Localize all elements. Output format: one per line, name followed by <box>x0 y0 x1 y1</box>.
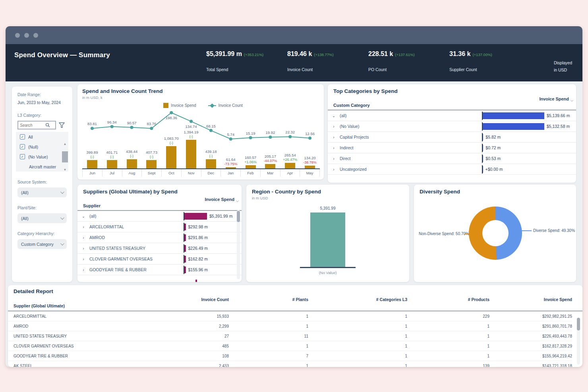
table-row[interactable]: CLOVER GARMENT OVERSEAS485111$162,817,32… <box>8 341 572 351</box>
line-point[interactable] <box>91 127 94 130</box>
table-row[interactable]: AMROD2,299111$291,860,701.78 <box>8 321 572 331</box>
scrollbar-thumb[interactable] <box>237 211 240 222</box>
l3-option-no-value[interactable]: ✓ (No Value) <box>16 152 68 162</box>
source-system-dropdown[interactable]: (All) <box>17 187 67 197</box>
table-row[interactable]: GOODYEAR TIRE & RUBBER108711$155,964,219… <box>8 351 572 361</box>
supplier-row[interactable]: ›ARCELORMITTAL$292.98 m <box>77 222 242 232</box>
region-bar[interactable] <box>310 212 345 267</box>
scroll-down-icon[interactable]: ▼ <box>64 168 67 172</box>
supplier-row[interactable]: ›AMROD$291.86 m <box>77 232 242 243</box>
legend-invoice-spend[interactable]: Invoice Spend <box>163 103 196 108</box>
window-titlebar[interactable] <box>6 26 582 44</box>
checkbox-checked[interactable]: ✓ <box>20 154 25 159</box>
diversity-donut-chart[interactable] <box>469 207 522 260</box>
chevron-collapsed-icon[interactable]: › <box>328 135 340 139</box>
chevron-collapsed-icon[interactable]: › <box>77 257 89 261</box>
supplier-bar[interactable] <box>184 245 186 252</box>
top-categories-panel: Top Categories by Spend Invoice Spend Cu… <box>328 84 576 183</box>
line-point[interactable] <box>209 129 213 132</box>
category-bar[interactable] <box>483 134 483 141</box>
column-header[interactable]: Invoice Spend <box>489 297 572 302</box>
supplier-bar[interactable] <box>184 224 186 230</box>
value-column-header[interactable]: Invoice Spend <box>539 97 569 101</box>
line-point[interactable] <box>190 120 193 123</box>
category-row[interactable]: ›Capital Projects$5.82 m <box>328 132 576 143</box>
chevron-collapsed-icon[interactable]: › <box>328 167 340 172</box>
chevron-collapsed-icon[interactable]: › <box>328 124 340 129</box>
table-row[interactable]: ARCELORMITTAL15,93311229$292,982,291.25 <box>8 311 572 321</box>
category-bar[interactable] <box>483 155 483 162</box>
cell: 108 <box>143 354 229 358</box>
listbox-scrollbar[interactable]: ▲ ▼ <box>62 142 68 172</box>
cell: 1 <box>229 324 308 328</box>
line-point[interactable] <box>229 137 232 141</box>
chevron-collapsed-icon[interactable]: › <box>77 225 89 229</box>
supplier-bar[interactable] <box>184 213 207 220</box>
line-point[interactable] <box>249 136 252 139</box>
dimension-column-header[interactable]: Supplier <box>83 203 101 208</box>
window-dot-2[interactable] <box>24 33 29 38</box>
supplier-row[interactable]: ›GOODYEAR TIRE & RUBBER$155.96 m <box>77 265 242 275</box>
category-row[interactable]: ›Uncategorized+$0.00 m <box>328 164 576 175</box>
l3-option-aircraft-master[interactable]: Aircraft master <box>16 162 68 172</box>
chevron-collapsed-icon[interactable]: › <box>77 236 89 240</box>
category-bar[interactable] <box>483 112 544 119</box>
category-row[interactable]: ›Direct$0.53 m <box>328 153 576 164</box>
chart-subtitle: in m USD, k <box>82 95 324 100</box>
supplier-row[interactable]: ›CLOVER GARMENT OVERSEAS$162.82 m <box>77 254 242 265</box>
column-header[interactable]: # Products <box>407 297 489 302</box>
supplier-bar[interactable] <box>184 234 186 241</box>
category-bar[interactable] <box>483 166 483 173</box>
column-header[interactable]: Invoice Count <box>143 297 229 302</box>
report-row-header[interactable]: Supplier (Global Ultimate) <box>8 303 582 311</box>
suppliers-scrollbar[interactable] <box>237 210 240 279</box>
chevron-collapsed-icon[interactable]: › <box>328 146 340 150</box>
chevron-collapsed-icon[interactable]: › <box>77 246 89 251</box>
l3-option-null[interactable]: ✓ (Null) <box>16 142 68 152</box>
table-row[interactable]: UNITED STATES TREASURY271111$226,493,443… <box>8 331 572 341</box>
l3-search-box[interactable] <box>17 121 56 129</box>
supplier-bar[interactable] <box>184 256 186 263</box>
column-header[interactable]: # Plants <box>229 297 308 302</box>
chevron-expanded-icon[interactable]: ⌄ <box>328 114 340 118</box>
scrollbar-thumb[interactable] <box>62 151 68 162</box>
checkbox-checked[interactable]: ✓ <box>20 144 25 149</box>
region-panel: Region - Country by Spend in m USD 5,391… <box>246 185 409 282</box>
chevron-collapsed-icon[interactable]: › <box>77 268 89 272</box>
category-bar[interactable] <box>483 123 544 130</box>
category-bar[interactable] <box>483 145 483 151</box>
chevron-expanded-icon[interactable]: ⌄ <box>77 214 89 218</box>
value-column-header[interactable]: Invoice Spend <box>205 197 234 202</box>
window-dot-1[interactable] <box>15 33 20 38</box>
line-point[interactable] <box>150 127 153 130</box>
chevron-collapsed-icon[interactable]: › <box>328 156 340 161</box>
line-point[interactable] <box>110 125 114 128</box>
category-hierarchy-dropdown[interactable]: Custom Category <box>17 239 67 249</box>
search-input[interactable] <box>20 123 45 127</box>
table-row-partial[interactable]: AK STEEL2,43311139$143,721,318.18 <box>8 361 572 367</box>
legend-invoice-count[interactable]: Invoice Count <box>208 103 243 108</box>
cell: GOODYEAR TIRE & RUBBER <box>8 354 143 358</box>
line-point[interactable] <box>170 111 173 114</box>
category-row[interactable]: ›Indirect$0.72 m <box>328 143 576 153</box>
line-point[interactable] <box>308 137 311 140</box>
l3-option-all[interactable]: ✓ All <box>16 132 68 142</box>
plant-site-dropdown[interactable]: (All) <box>17 213 67 223</box>
checkbox-checked[interactable]: ✓ <box>20 134 25 139</box>
report-scrollbar[interactable] <box>577 318 580 365</box>
category-row[interactable]: ⌄(all)$5,139.66 m <box>328 110 576 121</box>
column-header[interactable]: # Categories L3 <box>308 297 407 302</box>
scrollbar-thumb[interactable] <box>577 318 580 330</box>
line-point[interactable] <box>269 135 272 139</box>
supplier-row[interactable]: ›UNITED STATES TREASURY$226.49 m <box>77 243 242 254</box>
line-point[interactable] <box>130 126 133 129</box>
bar-cell: $5,132.58 m <box>482 121 576 131</box>
filter-funnel-icon[interactable] <box>59 122 65 128</box>
scroll-up-icon[interactable]: ▲ <box>64 142 67 146</box>
category-row[interactable]: ›(No Value)$5,132.58 m <box>328 121 576 132</box>
supplier-bar[interactable] <box>184 266 186 273</box>
supplier-row[interactable]: ⌄(all)$5,391.99 m <box>77 211 242 222</box>
line-point[interactable] <box>288 135 292 138</box>
window-dot-3[interactable] <box>33 33 38 38</box>
dimension-column-header[interactable]: Custom Category <box>333 103 370 108</box>
